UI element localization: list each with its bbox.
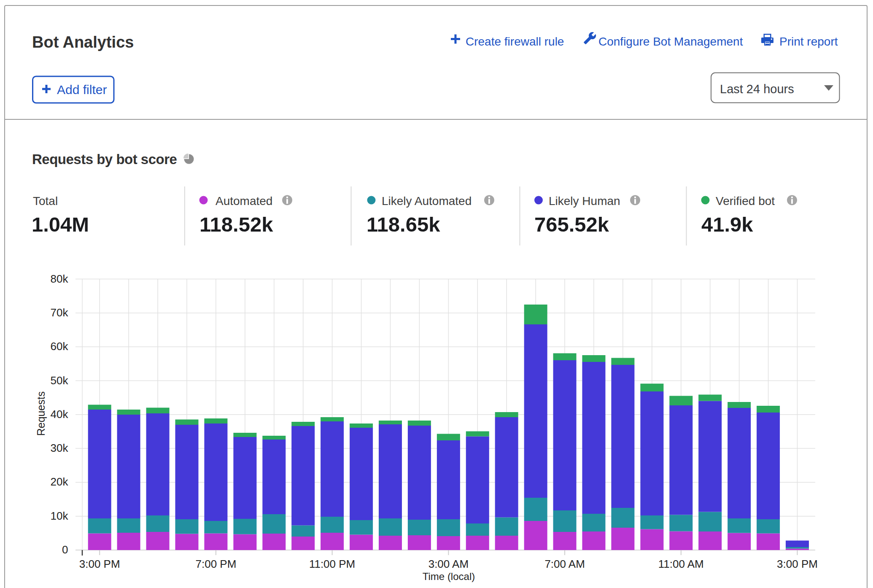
svg-text:40k: 40k bbox=[51, 408, 69, 421]
svg-text:80k: 80k bbox=[51, 272, 69, 285]
svg-text:3:00 AM: 3:00 AM bbox=[428, 558, 469, 570]
svg-text:118.65k: 118.65k bbox=[366, 213, 440, 236]
svg-text:765.52k: 765.52k bbox=[534, 213, 609, 236]
svg-text:30k: 30k bbox=[51, 442, 69, 454]
svg-text:41.9k: 41.9k bbox=[701, 213, 753, 236]
svg-text:Create firewall rule: Create firewall rule bbox=[466, 35, 564, 48]
svg-text:Requests: Requests bbox=[35, 391, 47, 436]
svg-text:Bot Analytics: Bot Analytics bbox=[32, 33, 134, 51]
svg-text:7:00 PM: 7:00 PM bbox=[195, 558, 236, 570]
svg-text:Print report: Print report bbox=[779, 35, 838, 48]
svg-text:Configure Bot Management: Configure Bot Management bbox=[598, 35, 743, 48]
svg-text:Add filter: Add filter bbox=[57, 83, 107, 97]
svg-text:70k: 70k bbox=[51, 306, 69, 319]
svg-text:10k: 10k bbox=[51, 510, 69, 522]
svg-text:118.52k: 118.52k bbox=[199, 213, 273, 236]
svg-text:60k: 60k bbox=[51, 340, 69, 353]
svg-text:Likely Automated: Likely Automated bbox=[382, 194, 472, 208]
svg-text:7:00 AM: 7:00 AM bbox=[544, 558, 585, 570]
svg-text:Requests by bot score: Requests by bot score bbox=[32, 151, 177, 167]
svg-text:1.04M: 1.04M bbox=[32, 213, 89, 236]
svg-text:11:00 AM: 11:00 AM bbox=[658, 558, 704, 570]
svg-text:0: 0 bbox=[62, 543, 68, 556]
svg-text:Last 24 hours: Last 24 hours bbox=[720, 82, 794, 96]
svg-text:Verified bot: Verified bot bbox=[716, 194, 775, 208]
svg-text:3:00 PM: 3:00 PM bbox=[79, 558, 120, 570]
svg-text:Likely Human: Likely Human bbox=[549, 194, 620, 208]
svg-text:Total: Total bbox=[33, 194, 58, 208]
svg-text:Time (local): Time (local) bbox=[423, 571, 475, 582]
svg-text:3:00 PM: 3:00 PM bbox=[777, 558, 818, 570]
svg-text:50k: 50k bbox=[51, 374, 69, 387]
svg-text:20k: 20k bbox=[51, 475, 69, 488]
svg-text:Automated: Automated bbox=[216, 194, 272, 208]
svg-text:11:00 PM: 11:00 PM bbox=[309, 558, 355, 570]
